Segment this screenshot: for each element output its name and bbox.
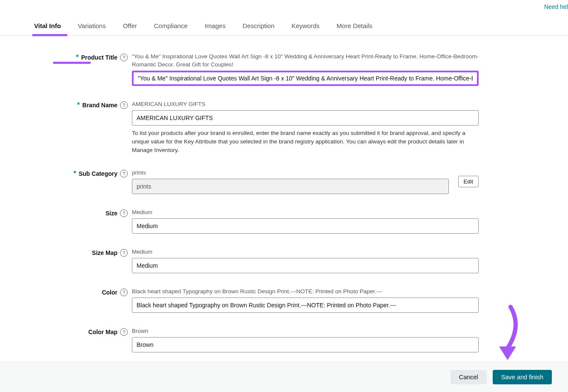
color-map-label: Color Map bbox=[88, 329, 117, 335]
sub-category-label: Sub Category bbox=[79, 170, 117, 177]
cancel-button[interactable]: Cancel bbox=[451, 370, 487, 384]
brand-name-help: To list your products after your brand i… bbox=[132, 129, 479, 155]
required-asterisk: * bbox=[76, 54, 78, 61]
tab-description[interactable]: Description bbox=[234, 16, 283, 35]
help-icon[interactable]: ? bbox=[120, 289, 128, 296]
sub-category-hint: prints bbox=[132, 169, 449, 177]
required-asterisk: * bbox=[77, 101, 80, 109]
brand-name-hint: AMERICAN LUXURY GIFTS bbox=[132, 100, 479, 109]
tab-more-details[interactable]: More Details bbox=[328, 16, 381, 35]
tab-vital-info[interactable]: Vital Info bbox=[26, 16, 69, 35]
sub-category-input bbox=[132, 179, 449, 194]
product-title-label: Product Title bbox=[81, 54, 117, 61]
help-icon[interactable]: ? bbox=[120, 249, 128, 257]
help-icon[interactable]: ? bbox=[120, 209, 128, 217]
field-color-map: Color Map ? Brown bbox=[26, 327, 542, 352]
help-icon[interactable]: ? bbox=[120, 328, 128, 336]
size-map-input[interactable] bbox=[132, 258, 479, 273]
tab-bar: Vital Info Variations Offer Compliance I… bbox=[0, 16, 568, 36]
save-and-finish-button[interactable]: Save and finish bbox=[493, 370, 552, 384]
field-sub-category: * Sub Category ? prints Edit bbox=[26, 169, 542, 194]
color-map-input[interactable] bbox=[132, 337, 479, 352]
color-input[interactable] bbox=[132, 298, 479, 313]
form-content: * Product Title ? "You & Me" Inspiration… bbox=[0, 36, 568, 392]
edit-button[interactable]: Edit bbox=[458, 176, 479, 187]
help-link[interactable]: Need hel bbox=[544, 3, 568, 10]
tab-images[interactable]: Images bbox=[196, 16, 234, 35]
product-title-hint: "You & Me" Inspirational Love Quotes Wal… bbox=[132, 53, 479, 69]
tab-compliance[interactable]: Compliance bbox=[146, 16, 196, 35]
tab-variations[interactable]: Variations bbox=[69, 16, 114, 35]
help-icon[interactable]: ? bbox=[120, 101, 128, 109]
field-brand-name: * Brand Name ? AMERICAN LUXURY GIFTS To … bbox=[26, 100, 542, 155]
field-size: Size ? Medium bbox=[26, 209, 542, 234]
field-product-title: * Product Title ? "You & Me" Inspiration… bbox=[26, 53, 542, 86]
size-map-hint: Medium bbox=[132, 248, 479, 256]
color-map-hint: Brown bbox=[132, 327, 479, 335]
color-hint: Black heart shaped Typography on Brown R… bbox=[132, 288, 479, 296]
brand-name-input[interactable] bbox=[132, 110, 479, 126]
size-input[interactable] bbox=[132, 218, 479, 234]
required-asterisk: * bbox=[74, 170, 76, 177]
annotation-underline-label bbox=[53, 62, 91, 64]
brand-name-label: Brand Name bbox=[83, 102, 117, 109]
footer-bar: Cancel Save and finish bbox=[0, 362, 568, 392]
color-label: Color bbox=[102, 289, 117, 296]
size-hint: Medium bbox=[132, 209, 479, 217]
size-map-label: Size Map bbox=[92, 249, 117, 256]
annotation-underline-tab bbox=[32, 34, 67, 36]
help-icon[interactable]: ? bbox=[120, 54, 128, 61]
field-size-map: Size Map ? Medium bbox=[26, 248, 542, 273]
size-label: Size bbox=[106, 210, 117, 217]
field-color: Color ? Black heart shaped Typography on… bbox=[26, 288, 542, 313]
help-icon[interactable]: ? bbox=[120, 170, 128, 177]
product-title-input[interactable] bbox=[132, 71, 479, 86]
tab-keywords[interactable]: Keywords bbox=[283, 16, 328, 35]
tab-offer[interactable]: Offer bbox=[114, 16, 146, 35]
